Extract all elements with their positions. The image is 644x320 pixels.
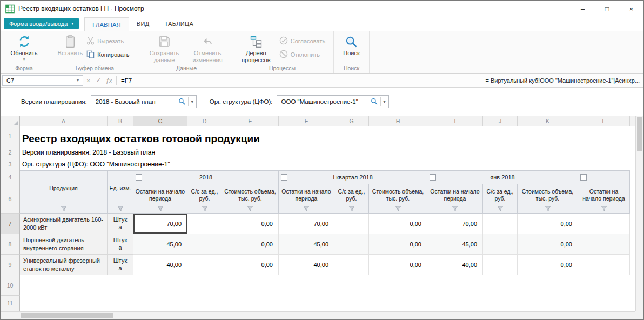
filter-icon[interactable] — [601, 206, 607, 211]
refresh-button[interactable]: Обновить ▾ — [11, 31, 38, 62]
insert-function-button[interactable]: ƒx — [104, 77, 114, 84]
cell-K9[interactable]: 0,00 — [518, 255, 578, 275]
col-head-K[interactable]: K — [518, 116, 578, 126]
filter-icon[interactable] — [202, 206, 207, 211]
col-header-product[interactable]: Продукция — [20, 170, 108, 214]
col-header-E-volume-cost[interactable]: Стоимость объема, тыс. руб. — [222, 184, 279, 214]
col-header-L-opening[interactable]: Остатки на начало периода — [578, 184, 630, 214]
vertical-scrollbar-thumb[interactable] — [637, 117, 642, 151]
cell-J9[interactable] — [483, 255, 518, 275]
row-head-2[interactable]: 2 — [1, 146, 20, 158]
filter-icon[interactable] — [395, 206, 401, 211]
cell-F8[interactable]: 45,00 — [279, 234, 334, 255]
col-head-I[interactable]: I — [427, 116, 483, 126]
col-header-K-volume-cost[interactable]: Стоимость объема, тыс. руб. — [518, 184, 578, 214]
cell-J7[interactable] — [483, 214, 518, 234]
col-header-I-opening[interactable]: Остатки на начало периода — [427, 184, 483, 214]
collapse-button[interactable]: − — [430, 174, 436, 181]
collapse-button[interactable]: − — [580, 174, 587, 181]
cell-I9[interactable]: 40,00 — [427, 255, 483, 275]
copy-button[interactable]: Копировать — [84, 49, 132, 60]
close-button[interactable]: × — [619, 1, 643, 17]
save-data-button[interactable]: Сохранить данные — [144, 31, 185, 63]
tab-main[interactable]: ГЛАВНАЯ — [84, 17, 129, 31]
sheet-version-line[interactable]: Версии планирования: 2018 - Базовый план — [20, 146, 635, 158]
sheet-org-line[interactable]: Орг. структура (ЦФО): ООО "Машиностроени… — [20, 158, 635, 170]
row-head-4[interactable]: 4 — [1, 170, 20, 184]
cell-G7[interactable] — [334, 214, 369, 234]
minimize-button[interactable]: – — [571, 1, 595, 17]
chevron-down-icon[interactable]: ▾ — [384, 99, 386, 104]
filter-icon[interactable] — [348, 206, 354, 211]
row-head-11[interactable]: 11 — [1, 296, 20, 311]
col-header-H-volume-cost[interactable]: Стоимость объема, тыс. руб. — [369, 184, 427, 214]
cell-C8[interactable]: 45,00 — [133, 234, 187, 255]
unit-cell-row9[interactable]: Штука — [108, 255, 133, 275]
paste-button[interactable]: Вставить — [58, 31, 83, 57]
col-header-F-opening[interactable]: Остатки на начало периода — [279, 184, 334, 214]
cell-K8[interactable]: 0,00 — [518, 234, 578, 255]
enter-button[interactable]: ✓ — [93, 77, 104, 84]
row-head-8[interactable]: 8 — [1, 234, 20, 255]
search-icon[interactable] — [371, 98, 378, 106]
col-head-G[interactable]: G — [334, 116, 369, 126]
vertical-scrollbar[interactable] — [635, 116, 643, 311]
cut-button[interactable]: Вырезать — [84, 36, 126, 46]
col-header-unit[interactable]: Ед. изм. — [108, 170, 133, 214]
filter-icon[interactable] — [61, 206, 66, 211]
undo-changes-button[interactable]: Отменить изменения — [186, 31, 229, 63]
cell-L8[interactable] — [578, 234, 630, 255]
col-head-J[interactable]: J — [483, 116, 518, 126]
col-head-extra[interactable] — [630, 116, 635, 126]
cell-E9[interactable]: 0,00 — [222, 255, 279, 275]
unit-cell-row8[interactable]: Штука — [108, 234, 133, 255]
row-head-6[interactable]: 6 — [1, 184, 20, 214]
filter-icon[interactable] — [497, 206, 503, 211]
col-head-B[interactable]: B — [108, 116, 133, 126]
org-filter-combo[interactable]: ООО "Машиностроение-1" ▾ — [277, 95, 389, 108]
cell-H7[interactable]: 0,00 — [369, 214, 427, 234]
product-cell-row8[interactable]: Поршневой двигатель внутреннего сгорания — [20, 234, 108, 255]
cell-L9[interactable] — [578, 255, 630, 275]
process-tree-button[interactable]: Дерево процессов — [237, 31, 276, 63]
filter-icon[interactable] — [117, 206, 123, 211]
col-head-D[interactable]: D — [187, 116, 222, 126]
cell-C7-selected[interactable]: 70,00 — [133, 214, 187, 234]
col-head-F[interactable]: F — [279, 116, 334, 126]
col-head-H[interactable]: H — [369, 116, 427, 126]
col-head-C[interactable]: C — [133, 116, 187, 126]
cell-D8[interactable] — [187, 234, 222, 255]
product-cell-row7[interactable]: Асинхронный двигатель 160-2000 кВт — [20, 214, 108, 234]
collapse-button[interactable]: − — [281, 174, 287, 181]
cancel-button[interactable]: × — [83, 77, 93, 84]
col-header-G-unit-cost[interactable]: С/с за ед., руб. — [334, 184, 369, 214]
cell-E8[interactable]: 0,00 — [222, 234, 279, 255]
cell-J8[interactable] — [483, 234, 518, 255]
row-head-3[interactable]: 3 — [1, 158, 20, 170]
filter-icon[interactable] — [247, 206, 253, 211]
row-head-1[interactable]: 1 — [1, 126, 20, 146]
col-header-J-unit-cost[interactable]: С/с за ед., руб. — [483, 184, 518, 214]
cell-E7[interactable]: 0,00 — [222, 214, 279, 234]
version-filter-combo[interactable]: 2018 - Базовый план ▾ — [91, 95, 197, 108]
col-header-C-opening[interactable]: Остатки на начало периода — [133, 184, 187, 214]
tab-view[interactable]: ВИД — [129, 17, 157, 31]
filter-icon[interactable] — [304, 206, 310, 211]
approve-button[interactable]: Согласовать — [277, 36, 328, 46]
search-icon[interactable] — [178, 98, 185, 106]
search-button[interactable]: Поиск — [343, 31, 359, 57]
cell-D7[interactable] — [187, 214, 222, 234]
filter-icon[interactable] — [545, 206, 551, 211]
collapse-button[interactable]: − — [136, 174, 142, 181]
row-head-10[interactable]: 10 — [1, 275, 20, 296]
cell-G8[interactable] — [334, 234, 369, 255]
tab-table[interactable]: ТАБЛИЦА — [157, 17, 201, 31]
unit-cell-row7[interactable]: Штука — [108, 214, 133, 234]
cell-F7[interactable]: 70,00 — [279, 214, 334, 234]
cell-I8[interactable]: 45,00 — [427, 234, 483, 255]
horizontal-scrollbar-thumb[interactable] — [21, 313, 113, 318]
select-all-corner[interactable] — [1, 116, 20, 126]
cell-C9[interactable]: 40,00 — [133, 255, 187, 275]
chevron-down-icon[interactable]: ▾ — [191, 99, 193, 104]
cell-name-box[interactable]: C7 ▾ — [2, 75, 83, 86]
